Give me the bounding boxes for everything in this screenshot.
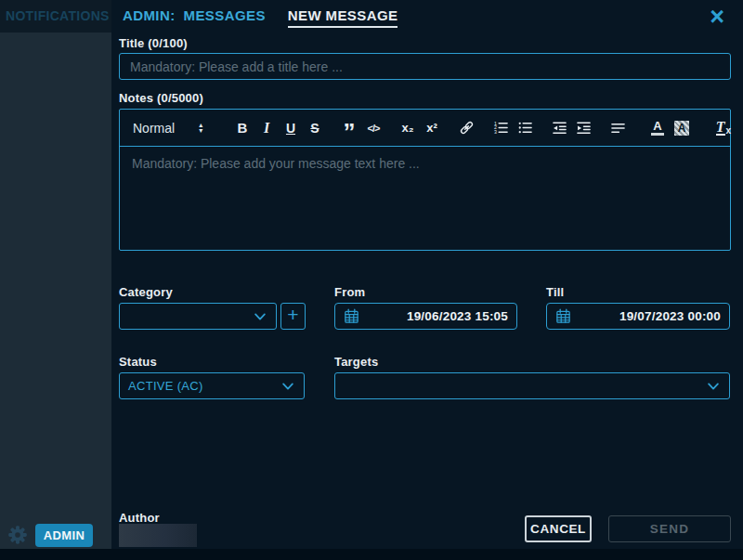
blockquote-icon[interactable]: ” (337, 116, 361, 140)
notes-label: Notes (0/5000) (119, 91, 203, 105)
breadcrumb: ADMIN: MESSAGES NEW MESSAGE (123, 7, 398, 28)
tab-new-message[interactable]: NEW MESSAGE (288, 7, 398, 28)
svg-text:3: 3 (493, 129, 496, 135)
code-block-icon[interactable]: </> (361, 116, 385, 140)
send-button[interactable]: SEND (608, 515, 731, 542)
sidebar: NOTIFICATIONS ( ADMIN (0, 0, 111, 549)
editor-toolbar: Normal ▴▾ B I U S ” </> (120, 110, 730, 147)
outdent-icon[interactable] (547, 116, 571, 140)
superscript-icon[interactable]: x² (420, 116, 444, 140)
italic-icon[interactable]: I (254, 116, 279, 140)
format-selector[interactable]: Normal ▴▾ (133, 121, 215, 136)
status-value: ACTIVE (AC) (128, 379, 280, 393)
new-message-panel: ADMIN: MESSAGES NEW MESSAGE × Title (0/1… (111, 0, 743, 549)
till-value: 19/07/2023 00:00 (571, 309, 721, 323)
author-label: Author (119, 511, 160, 525)
bullet-list-icon[interactable] (513, 116, 537, 140)
notes-editor: Normal ▴▾ B I U S ” </> (119, 109, 731, 251)
text-color-icon[interactable]: A (645, 116, 670, 140)
title-label: Title (0/100) (119, 36, 188, 50)
settings-gear-icon[interactable] (7, 525, 28, 545)
ordered-list-icon[interactable]: 123 (489, 116, 513, 140)
format-selector-value: Normal (133, 121, 175, 136)
title-input[interactable] (119, 53, 731, 80)
category-select[interactable] (119, 303, 277, 330)
till-datepicker[interactable]: 19/07/2023 00:00 (546, 303, 730, 330)
breadcrumb-subsection[interactable]: MESSAGES (184, 7, 266, 23)
align-icon[interactable] (606, 116, 630, 140)
cancel-button[interactable]: CANCEL (525, 515, 592, 542)
bottom-strip (0, 549, 743, 560)
link-icon[interactable] (454, 116, 478, 140)
calendar-icon (555, 308, 571, 324)
from-value: 19/06/2023 15:05 (359, 309, 508, 323)
from-datepicker[interactable]: 19/06/2023 15:05 (334, 303, 517, 330)
underline-icon[interactable]: U (279, 116, 303, 140)
notes-input[interactable]: Mandatory: Please add your message text … (120, 147, 730, 180)
status-label: Status (119, 355, 157, 369)
targets-label: Targets (334, 355, 378, 369)
background-color-icon[interactable]: A (670, 116, 694, 140)
picker-updown-icon: ▴▾ (199, 123, 202, 134)
status-select[interactable]: ACTIVE (AC) (119, 372, 305, 399)
page-title: NOTIFICATIONS ( (6, 8, 111, 23)
screen: NOTIFICATIONS ( ADMIN ADMIN: MESSAGES NE… (0, 0, 743, 560)
strikethrough-icon[interactable]: S (303, 116, 327, 140)
targets-select[interactable] (334, 372, 730, 399)
clear-formatting-icon[interactable]: Tx (711, 116, 736, 140)
breadcrumb-section: ADMIN: (123, 7, 176, 23)
indent-icon[interactable] (571, 116, 595, 140)
category-label: Category (119, 285, 173, 299)
till-label: Till (546, 285, 564, 299)
admin-button[interactable]: ADMIN (35, 524, 93, 547)
author-value (119, 524, 197, 547)
add-category-button[interactable]: + (280, 303, 306, 330)
subscript-icon[interactable]: x₂ (396, 116, 420, 140)
page-header: NOTIFICATIONS ( (0, 0, 111, 33)
from-label: From (334, 285, 365, 299)
notes-placeholder: Mandatory: Please add your message text … (132, 156, 420, 171)
bold-icon[interactable]: B (230, 116, 254, 140)
calendar-icon (344, 308, 359, 324)
close-icon[interactable]: × (704, 0, 730, 33)
